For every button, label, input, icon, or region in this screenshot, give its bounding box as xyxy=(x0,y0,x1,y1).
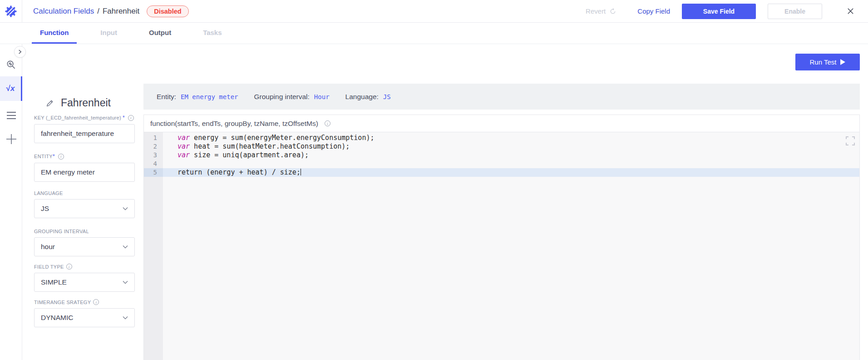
chevron-down-icon xyxy=(123,280,128,284)
fullscreen-expand-icon[interactable] xyxy=(845,135,856,148)
summary-language: Language: JS xyxy=(345,93,391,101)
info-icon[interactable]: i xyxy=(325,120,330,126)
enable-button[interactable]: Enable xyxy=(768,4,822,19)
info-icon[interactable]: i xyxy=(128,115,134,121)
breadcrumb-separator: / xyxy=(97,7,99,16)
breadcrumb: Calculation Fields / Fahrenheit xyxy=(33,7,139,16)
grouping-interval-label: GROUPING INTERVAL xyxy=(34,229,135,234)
info-icon[interactable]: i xyxy=(66,264,72,270)
save-field-button[interactable]: Save Field xyxy=(682,4,756,19)
key-field-group: KEY (_ECD_fahrenheit_temperature) * i xyxy=(34,115,135,143)
code-line[interactable]: 2 var heat = sum(heatMeter.heatConsumpti… xyxy=(144,142,859,151)
edit-pencil-icon[interactable] xyxy=(45,99,54,108)
code-line[interactable]: 1 var energy = sum(energyMeter.energyCon… xyxy=(144,134,859,142)
timerange-strategy-field-group: TIMERANGE SRATEGY i DYNAMIC xyxy=(34,299,135,327)
app-logo[interactable] xyxy=(0,0,22,23)
field-name-title: Fahrenheit xyxy=(61,97,111,109)
code-editor-body[interactable]: 1 var energy = sum(energyMeter.energyCon… xyxy=(144,132,859,360)
add-icon[interactable] xyxy=(0,133,22,145)
run-test-button[interactable]: Run Test xyxy=(795,54,860,70)
play-icon xyxy=(840,59,845,65)
breadcrumb-section-link[interactable]: Calculation Fields xyxy=(33,7,94,16)
copy-field-button[interactable]: Copy Field xyxy=(637,7,670,15)
language-label: LANGUAGE xyxy=(34,190,135,196)
line-number: 2 xyxy=(144,142,163,151)
code-line[interactable]: 4 xyxy=(144,160,859,168)
info-icon[interactable]: i xyxy=(58,154,64,160)
summary-grouping-interval: Grouping interval: Hour xyxy=(254,93,330,101)
line-number: 1 xyxy=(144,134,163,142)
language-field-group: LANGUAGE JS xyxy=(34,190,135,218)
tab-tasks[interactable]: Tasks xyxy=(195,23,230,44)
calculation-fields-icon: √x xyxy=(6,84,15,93)
timerange-strategy-label: TIMERANGE SRATEGY i xyxy=(34,299,135,305)
grouping-interval-select[interactable]: hour xyxy=(34,237,135,256)
line-number: 3 xyxy=(144,151,163,160)
breadcrumb-current: Fahrenheit xyxy=(103,7,139,16)
chevron-down-icon xyxy=(123,316,128,320)
header-actions: Revert Copy Field Save Field Enable xyxy=(586,4,868,19)
tab-output[interactable]: Output xyxy=(141,23,179,44)
function-signature: function(startTs, endTs, groupBy, tzName… xyxy=(150,120,318,128)
field-settings-panel: Fahrenheit KEY (_ECD_fahrenheit_temperat… xyxy=(22,44,143,360)
info-icon[interactable]: i xyxy=(93,299,99,305)
function-signature-row: function(startTs, endTs, groupBy, tzName… xyxy=(144,115,859,132)
field-type-select[interactable]: SIMPLE xyxy=(34,273,135,292)
entity-label: ENTITY * i xyxy=(34,153,135,160)
calculation-field-page: √x xyxy=(0,0,868,360)
timerange-strategy-select[interactable]: DYNAMIC xyxy=(34,308,135,327)
code-editor-panel: function(startTs, endTs, groupBy, tzName… xyxy=(143,115,860,360)
revert-button[interactable]: Revert xyxy=(586,7,616,15)
chevron-right-icon xyxy=(17,49,23,55)
key-label: KEY (_ECD_fahrenheit_temperature) * i xyxy=(34,115,135,121)
chevron-down-icon xyxy=(123,245,128,249)
sidebar-expand-button[interactable] xyxy=(14,46,26,58)
tab-function[interactable]: Function xyxy=(32,23,77,44)
sidebar-item-calculation-fields[interactable]: √x xyxy=(0,76,22,101)
entity-input[interactable] xyxy=(34,163,135,182)
field-title-row: Fahrenheit xyxy=(45,97,111,109)
key-input[interactable] xyxy=(34,124,135,143)
page-header: Calculation Fields / Fahrenheit Disabled… xyxy=(0,0,868,23)
text-cursor xyxy=(301,169,301,175)
summary-entity: Entity: EM energy meter xyxy=(157,93,238,101)
function-summary-bar: Entity: EM energy meter Grouping interva… xyxy=(143,84,860,110)
line-number: 4 xyxy=(144,160,163,168)
search-telemetry-icon[interactable] xyxy=(0,59,22,70)
tab-bar: Function Input Output Tasks xyxy=(0,23,868,44)
chevron-down-icon xyxy=(123,207,128,210)
logo-icon xyxy=(5,5,17,17)
code-line-active[interactable]: 5 return (energy + heat) / size; xyxy=(144,168,859,177)
revert-icon xyxy=(609,8,616,15)
tab-input[interactable]: Input xyxy=(92,23,125,44)
entity-field-group: ENTITY * i xyxy=(34,153,135,182)
field-type-field-group: FIELD TYPE i SIMPLE xyxy=(34,264,135,292)
line-number: 5 xyxy=(144,168,163,177)
close-icon[interactable] xyxy=(847,7,854,15)
code-line[interactable]: 3 var size = uniq(apartment.area); xyxy=(144,151,859,160)
status-badge: Disabled xyxy=(147,5,188,17)
menu-icon[interactable] xyxy=(0,110,22,120)
language-select[interactable]: JS xyxy=(34,199,135,218)
field-type-label: FIELD TYPE i xyxy=(34,264,135,270)
grouping-interval-field-group: GROUPING INTERVAL hour xyxy=(34,229,135,256)
